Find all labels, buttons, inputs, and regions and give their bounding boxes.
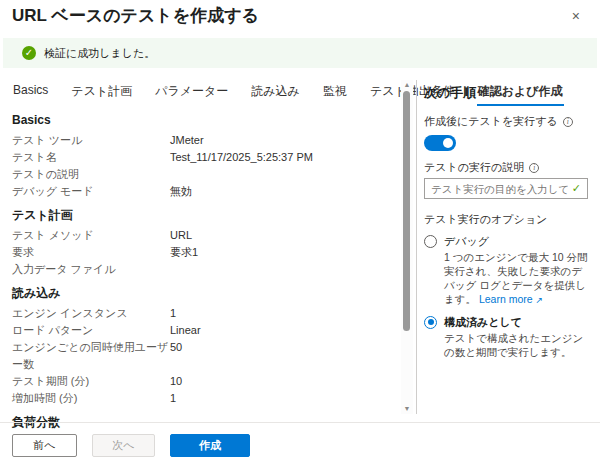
run-option-label: 構成済みとして [444, 315, 522, 329]
run-option-1: 構成済みとしてテストで構成されたエンジンの数と期間で実行します。 [424, 315, 588, 359]
tab-4[interactable]: 監視 [322, 83, 348, 106]
validation-success-banner: ✓ 検証に成功しました。 [3, 38, 597, 68]
info-icon[interactable]: i [563, 117, 573, 127]
info-icon[interactable]: i [529, 163, 539, 173]
vertical-divider [416, 80, 417, 414]
create-url-test-dialog: URL ベースのテストを作成する … × ✓ 検証に成功しました。 Basics… [0, 0, 600, 461]
review-row: テストの説明 [12, 166, 392, 183]
success-check-icon: ✓ [22, 46, 36, 60]
row-label: 要求 [12, 244, 170, 261]
row-label: 増加時間 (分) [12, 390, 170, 407]
run-after-create-toggle[interactable] [424, 135, 456, 151]
more-options-icon[interactable]: … [208, 7, 223, 23]
run-after-create-label: 作成後にテストを実行する [424, 115, 558, 128]
learn-more-link[interactable]: Learn more ↗ [479, 293, 543, 305]
review-row: デバッグ モード無効 [12, 183, 392, 200]
row-value: URL [170, 227, 192, 244]
radio-button-icon[interactable] [424, 235, 437, 248]
validation-message: 検証に成功しました。 [44, 46, 155, 61]
review-row: テスト名Test_11/17/2025_5:25:37 PM [12, 149, 392, 166]
row-value: 50 [170, 339, 182, 373]
section-title: テスト計画 [12, 209, 392, 222]
toggle-knob [443, 138, 453, 148]
tab-1[interactable]: テスト計画 [70, 83, 133, 106]
run-option-radio-row[interactable]: 構成済みとして [424, 315, 588, 329]
review-row: テスト ツールJMeter [12, 132, 392, 149]
run-option-description: 1 つのエンジンで最大 10 分間実行され、失敗した要求のデバッグ ログとデータ… [444, 250, 588, 307]
previous-button[interactable]: 前へ [12, 434, 77, 457]
scrollbar-thumb[interactable] [403, 91, 410, 331]
run-option-label: デバッグ [444, 234, 489, 248]
row-label: テスト メソッド [12, 227, 170, 244]
review-row: テスト期間 (分)10 [12, 373, 392, 390]
row-label: デバッグ モード [12, 183, 170, 200]
review-row: 入力データ ファイル [12, 261, 392, 278]
run-options-label: テスト実行のオプション [424, 213, 588, 226]
row-label: テスト名 [12, 149, 170, 166]
scroll-down-icon[interactable]: ▼ [401, 404, 413, 414]
row-label: 入力データ ファイル [12, 261, 170, 278]
run-description-label: テストの実行の説明 [424, 161, 524, 174]
section-title: Basics [12, 114, 392, 127]
field-valid-check-icon: ✓ [572, 182, 581, 195]
row-value: 要求1 [170, 244, 198, 261]
section-title: 読み込み [12, 287, 392, 300]
footer-divider [0, 422, 600, 423]
row-value: JMeter [170, 132, 204, 149]
close-icon[interactable]: × [568, 6, 584, 26]
run-description-input[interactable] [431, 183, 568, 195]
next-steps-panel: 次の手順 作成後にテストを実行する i テストの実行の説明 i ✓ テスト実行の… [424, 84, 588, 359]
review-row: ロード パターンLinear [12, 322, 392, 339]
row-value: 1 [170, 390, 176, 407]
footer-buttons: 前へ 次へ 作成 [12, 434, 250, 457]
review-row: エンジン インスタンス1 [12, 305, 392, 322]
run-option-0: デバッグ1 つのエンジンで最大 10 分間実行され、失敗した要求のデバッグ ログ… [424, 234, 588, 307]
tab-2[interactable]: パラメーター [154, 83, 229, 106]
run-options-list: デバッグ1 つのエンジンで最大 10 分間実行され、失敗した要求のデバッグ ログ… [424, 234, 588, 359]
review-row: 要求要求1 [12, 244, 392, 261]
row-label: テストの説明 [12, 166, 170, 183]
scroll-up-icon[interactable]: ▲ [401, 80, 413, 90]
row-value: 無効 [170, 183, 192, 200]
row-label: エンジン インスタンス [12, 305, 170, 322]
next-button[interactable]: 次へ [92, 434, 155, 457]
row-label: テスト期間 (分) [12, 373, 170, 390]
row-label: ロード パターン [12, 322, 170, 339]
run-description-field-frame: ✓ [424, 178, 588, 199]
row-value: Test_11/17/2025_5:25:37 PM [170, 149, 313, 166]
run-option-radio-row[interactable]: デバッグ [424, 234, 588, 248]
run-after-create-label-row: 作成後にテストを実行する i [424, 115, 588, 128]
radio-button-icon[interactable] [424, 316, 437, 329]
tab-3[interactable]: 読み込み [250, 83, 301, 106]
run-option-description: テストで構成されたエンジンの数と期間で実行します。 [444, 331, 588, 359]
review-row: エンジンごとの同時使用ユーザー数50 [12, 339, 392, 373]
row-value: 1 [170, 305, 176, 322]
next-steps-title: 次の手順 [424, 84, 588, 102]
create-button[interactable]: 作成 [170, 434, 250, 457]
row-value: Linear [170, 322, 201, 339]
review-row: 増加時間 (分)1 [12, 390, 392, 407]
review-row: テスト メソッドURL [12, 227, 392, 244]
external-link-icon: ↗ [536, 295, 544, 305]
row-label: テスト ツール [12, 132, 170, 149]
tab-0[interactable]: Basics [12, 83, 49, 106]
run-description-label-row: テストの実行の説明 i [424, 161, 588, 174]
row-value: 10 [170, 373, 182, 390]
review-content: Basicsテスト ツールJMeterテスト名Test_11/17/2025_5… [12, 108, 392, 434]
row-label: エンジンごとの同時使用ユーザー数 [12, 339, 170, 373]
scrollbar[interactable]: ▲ ▼ [401, 80, 413, 414]
